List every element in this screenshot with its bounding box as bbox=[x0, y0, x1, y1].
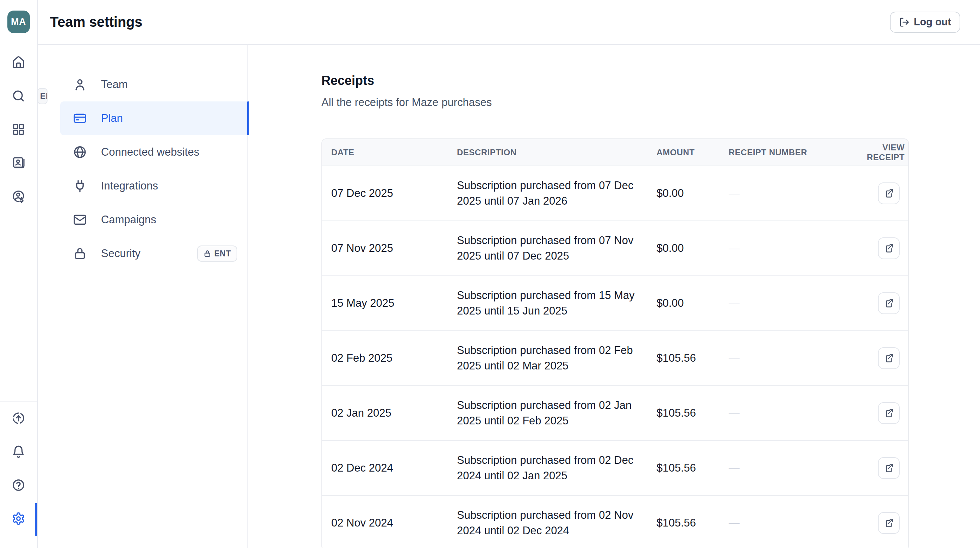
receipt-amount: $0.00 bbox=[657, 187, 729, 200]
receipt-amount: $105.56 bbox=[657, 517, 729, 529]
receipt-number: — bbox=[729, 297, 848, 309]
sidebar-item-connected-websites[interactable]: Connected websites bbox=[60, 135, 248, 169]
receipt-number: — bbox=[729, 407, 848, 419]
table-row: 02 Nov 2024 Subscription purchased from … bbox=[322, 495, 908, 548]
external-link-icon bbox=[884, 408, 894, 418]
receipt-number: — bbox=[729, 242, 848, 255]
external-link-icon bbox=[884, 188, 894, 198]
icon-rail: MA bbox=[0, 0, 38, 548]
search-ent-badge: ENT bbox=[37, 88, 48, 104]
receipt-description: Subscription purchased from 02 Dec 2024 … bbox=[457, 452, 637, 484]
plug-icon bbox=[73, 179, 87, 193]
table-row: 02 Jan 2025 Subscription purchased from … bbox=[322, 385, 908, 440]
apps-grid-icon[interactable] bbox=[9, 119, 29, 139]
receipt-number: — bbox=[729, 187, 848, 200]
rail-top-icons bbox=[9, 53, 29, 206]
settings-gear-icon[interactable] bbox=[9, 508, 29, 528]
publish-icon[interactable] bbox=[9, 408, 29, 428]
column-header-date: DATE bbox=[322, 148, 457, 158]
receipt-date: 02 Jan 2025 bbox=[322, 407, 457, 419]
receipt-amount: $0.00 bbox=[657, 242, 729, 255]
external-link-icon bbox=[884, 463, 894, 473]
ent-plan-badge: ENT bbox=[197, 245, 238, 262]
top-bar: Team settings Log out bbox=[38, 0, 980, 45]
content-area: Team settings Log out Team bbox=[38, 0, 980, 548]
view-receipt-button[interactable] bbox=[878, 237, 900, 259]
receipt-date: 02 Feb 2025 bbox=[322, 352, 457, 365]
ent-badge-label: ENT bbox=[215, 249, 231, 258]
rail-bottom-icons bbox=[0, 401, 37, 548]
sidebar-item-label: Connected websites bbox=[101, 146, 199, 158]
globe-icon bbox=[73, 145, 87, 159]
lock-icon bbox=[204, 250, 211, 258]
app-window: MA bbox=[0, 0, 980, 548]
help-icon[interactable] bbox=[9, 475, 29, 495]
sidebar-item-label: Campaigns bbox=[101, 213, 156, 226]
contacts-icon[interactable] bbox=[9, 153, 29, 172]
table-row: 15 May 2025 Subscription purchased from … bbox=[322, 276, 908, 330]
view-receipt-button[interactable] bbox=[878, 512, 900, 534]
settings-sidebar: Team Plan Connected websites bbox=[38, 45, 248, 548]
receipt-date: 07 Dec 2025 bbox=[322, 187, 457, 200]
receipt-date: 07 Nov 2025 bbox=[322, 242, 457, 255]
sidebar-item-label: Security bbox=[101, 247, 140, 260]
receipt-date: 15 May 2025 bbox=[322, 297, 457, 309]
sidebar-item-label: Team bbox=[101, 78, 128, 91]
credit-card-icon bbox=[73, 111, 87, 125]
receipt-description: Subscription purchased from 02 Nov 2024 … bbox=[457, 508, 637, 538]
column-header-description: DESCRIPTION bbox=[457, 148, 657, 158]
receipt-description: Subscription purchased from 02 Feb 2025 … bbox=[457, 342, 637, 374]
sidebar-item-plan[interactable]: Plan bbox=[60, 102, 248, 135]
receipt-description: Subscription purchased from 07 Dec 2025 … bbox=[457, 178, 637, 209]
sidebar-item-campaigns[interactable]: Campaigns bbox=[60, 203, 248, 237]
external-link-icon bbox=[884, 298, 894, 308]
receipt-description: Subscription purchased from 02 Jan 2025 … bbox=[457, 398, 637, 429]
table-row: 02 Dec 2024 Subscription purchased from … bbox=[322, 440, 908, 495]
page-title: Team settings bbox=[50, 14, 890, 30]
external-link-icon bbox=[884, 518, 894, 528]
avatar[interactable]: MA bbox=[7, 11, 30, 33]
receipt-amount: $105.56 bbox=[657, 407, 729, 419]
table-row: 07 Dec 2025 Subscription purchased from … bbox=[322, 166, 908, 220]
main-panel: Receipts All the receipts for Maze purch… bbox=[248, 45, 980, 548]
external-link-icon bbox=[884, 243, 894, 253]
notifications-bell-icon[interactable] bbox=[9, 442, 29, 461]
receipts-title: Receipts bbox=[321, 73, 980, 88]
sidebar-item-label: Integrations bbox=[101, 180, 158, 192]
view-receipt-button[interactable] bbox=[878, 347, 900, 369]
view-receipt-button[interactable] bbox=[878, 457, 900, 479]
receipts-table: DATE DESCRIPTION AMOUNT RECEIPT NUMBER V… bbox=[321, 139, 909, 548]
view-receipt-button[interactable] bbox=[878, 402, 900, 424]
table-body: 07 Dec 2025 Subscription purchased from … bbox=[322, 166, 908, 548]
receipt-amount: $105.56 bbox=[657, 352, 729, 365]
sidebar-item-team[interactable]: Team bbox=[60, 68, 248, 102]
search-icon[interactable] bbox=[9, 86, 29, 106]
logout-button[interactable]: Log out bbox=[890, 12, 960, 33]
column-header-view-receipt: VIEW RECEIPT bbox=[848, 143, 908, 162]
view-receipt-button[interactable] bbox=[878, 182, 900, 204]
receipts-subtitle: All the receipts for Maze purchases bbox=[321, 94, 980, 110]
view-receipt-button[interactable] bbox=[878, 292, 900, 314]
sidebar-item-label: Plan bbox=[101, 112, 123, 125]
table-row: 07 Nov 2025 Subscription purchased from … bbox=[322, 220, 908, 276]
receipt-number: — bbox=[729, 517, 848, 529]
receipt-description: Subscription purchased from 07 Nov 2025 … bbox=[457, 233, 637, 264]
external-link-icon bbox=[884, 353, 894, 363]
receipt-date: 02 Dec 2024 bbox=[322, 462, 457, 475]
receipt-number: — bbox=[729, 352, 848, 365]
column-header-receipt-number: RECEIPT NUMBER bbox=[729, 148, 848, 158]
earnings-icon[interactable] bbox=[9, 186, 29, 206]
table-header-row: DATE DESCRIPTION AMOUNT RECEIPT NUMBER V… bbox=[322, 139, 908, 166]
mail-icon bbox=[73, 213, 87, 227]
home-icon[interactable] bbox=[9, 53, 29, 72]
receipt-date: 02 Nov 2024 bbox=[322, 517, 457, 529]
selected-item-indicator bbox=[247, 102, 249, 135]
column-header-amount: AMOUNT bbox=[657, 148, 729, 158]
active-rail-indicator bbox=[35, 503, 37, 536]
logout-icon bbox=[899, 17, 910, 27]
lock-icon bbox=[73, 247, 87, 261]
logout-label: Log out bbox=[914, 16, 951, 28]
sidebar-item-integrations[interactable]: Integrations bbox=[60, 169, 248, 203]
receipt-amount: $0.00 bbox=[657, 297, 729, 309]
sidebar-item-security[interactable]: Security ENT bbox=[60, 237, 248, 271]
